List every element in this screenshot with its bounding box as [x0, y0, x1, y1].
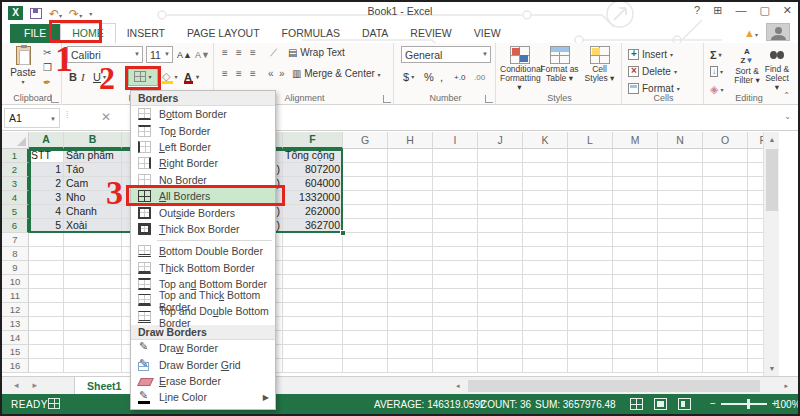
menu-item-line-color[interactable]: Line Color▶ [131, 389, 275, 405]
cell-F5[interactable]: 262000 [283, 205, 343, 219]
cell-A13[interactable] [29, 317, 64, 331]
cell-H12[interactable] [388, 303, 433, 317]
cell-O6[interactable] [703, 219, 748, 233]
cell-F16[interactable] [283, 359, 343, 373]
column-header-K[interactable]: K [523, 132, 568, 149]
cell-J8[interactable] [478, 247, 523, 261]
cell-M11[interactable] [613, 289, 658, 303]
cell-M7[interactable] [613, 233, 658, 247]
menu-item-thick-bottom[interactable]: Thick Bottom Border [131, 260, 275, 276]
cell-G13[interactable] [343, 317, 388, 331]
sort-filter-button[interactable]: AZ▼ Sort & Filter ▾ [732, 47, 762, 85]
cell-H11[interactable] [388, 289, 433, 303]
cell-H6[interactable] [388, 219, 433, 233]
underline-button[interactable]: U [93, 68, 101, 85]
column-header-J[interactable]: J [478, 132, 523, 149]
cell-I2[interactable] [433, 163, 478, 177]
shrink-font-button[interactable]: A▼ [195, 46, 210, 63]
cell-F14[interactable] [283, 331, 343, 345]
number-launcher-icon[interactable] [485, 95, 493, 103]
cell-A9[interactable] [29, 261, 64, 275]
row-header-1[interactable]: 1 [2, 149, 29, 163]
cell-M14[interactable] [613, 331, 658, 345]
cell-M12[interactable] [613, 303, 658, 317]
row-header-13[interactable]: 13 [2, 317, 29, 331]
cell-L11[interactable] [568, 289, 613, 303]
cell-I4[interactable] [433, 191, 478, 205]
cell-G10[interactable] [343, 275, 388, 289]
align-bottom-icon[interactable]: ≡ [250, 48, 261, 58]
cell-O13[interactable] [703, 317, 748, 331]
cell-O5[interactable] [703, 205, 748, 219]
fill-button[interactable]: ↓▾ [710, 63, 723, 80]
cut-icon[interactable]: ✂ [43, 47, 51, 58]
cell-B11[interactable] [64, 289, 122, 303]
align-left-icon[interactable]: ≡ [222, 69, 233, 79]
row-header-6[interactable]: 6 [2, 219, 29, 233]
cell-L1[interactable] [568, 149, 613, 163]
cell-H13[interactable] [388, 317, 433, 331]
italic-button[interactable]: I [81, 68, 85, 85]
cell-F7[interactable] [283, 233, 343, 247]
cell-M16[interactable] [613, 359, 658, 373]
sheet-tab-sheet1[interactable]: Sheet1 [74, 377, 134, 395]
cell-G14[interactable] [343, 331, 388, 345]
cell-J16[interactable] [478, 359, 523, 373]
cell-A1[interactable]: STT [29, 149, 64, 163]
cell-O11[interactable] [703, 289, 748, 303]
row-header-7[interactable]: 7 [2, 233, 29, 247]
cell-J14[interactable] [478, 331, 523, 345]
align-middle-icon[interactable]: ≡ [236, 48, 247, 58]
menu-item-bottom[interactable]: Bottom Border [131, 106, 275, 122]
cell-O15[interactable] [703, 345, 748, 359]
column-header-A[interactable]: A [29, 132, 64, 149]
cell-I9[interactable] [433, 261, 478, 275]
font-size-combo[interactable]: 11▼ [146, 46, 173, 63]
cell-L8[interactable] [568, 247, 613, 261]
cell-L13[interactable] [568, 317, 613, 331]
menu-item-thick-box[interactable]: Thick Box Border [131, 221, 275, 237]
cell-L4[interactable] [568, 191, 613, 205]
cell-styles-button[interactable]: Cell Styles ▾ [580, 46, 619, 83]
cell-K14[interactable] [523, 331, 568, 345]
accounting-format-button[interactable]: $▾ [403, 68, 414, 85]
vertical-scroll-thumb[interactable] [766, 149, 778, 211]
cell-K13[interactable] [523, 317, 568, 331]
menu-item-draw[interactable]: Draw Border [131, 340, 275, 356]
cell-J15[interactable] [478, 345, 523, 359]
cell-B8[interactable] [64, 247, 122, 261]
cell-H10[interactable] [388, 275, 433, 289]
cell-A16[interactable] [29, 359, 64, 373]
cell-H7[interactable] [388, 233, 433, 247]
column-header-L[interactable]: L [568, 132, 613, 149]
format-as-table-button[interactable]: Format as Table ▾ [540, 46, 579, 83]
cell-M15[interactable] [613, 345, 658, 359]
cell-L16[interactable] [568, 359, 613, 373]
cell-N14[interactable] [658, 331, 703, 345]
menu-item-bottom-double[interactable]: Bottom Double Border [131, 243, 275, 259]
cell-F8[interactable] [283, 247, 343, 261]
cell-A4[interactable]: 3 [29, 191, 64, 205]
cell-H8[interactable] [388, 247, 433, 261]
row-header-9[interactable]: 9 [2, 261, 29, 275]
merge-center-button[interactable]: ▥ Merge & Center ▾ [292, 68, 381, 79]
column-header-G[interactable]: G [343, 132, 388, 149]
column-header-F[interactable]: F [283, 132, 343, 149]
cell-O16[interactable] [703, 359, 748, 373]
cell-K2[interactable] [523, 163, 568, 177]
column-header-I[interactable]: I [433, 132, 478, 149]
sheet-nav-arrows[interactable]: ◂▸ [14, 380, 51, 390]
name-box[interactable]: A1▼ [4, 108, 60, 128]
cell-K11[interactable] [523, 289, 568, 303]
row-header-16[interactable]: 16 [2, 359, 29, 373]
cell-I3[interactable] [433, 177, 478, 191]
ribbon-options-button[interactable]: ⊞ [713, 4, 722, 17]
cell-G15[interactable] [343, 345, 388, 359]
menu-item-top-double-bottom[interactable]: Top and Double Bottom Border [131, 309, 275, 325]
cell-N15[interactable] [658, 345, 703, 359]
menu-item-right[interactable]: Right Border [131, 155, 275, 171]
cell-J4[interactable] [478, 191, 523, 205]
cell-L7[interactable] [568, 233, 613, 247]
row-header-3[interactable]: 3 [2, 177, 29, 191]
cell-J10[interactable] [478, 275, 523, 289]
